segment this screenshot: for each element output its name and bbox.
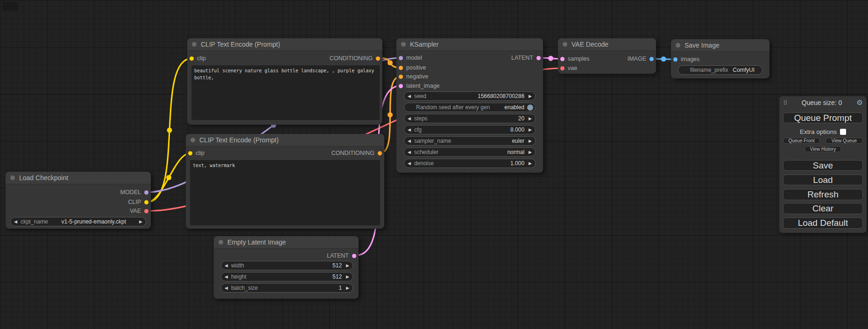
left-arrow-icon[interactable]: ◀ [408, 150, 411, 154]
left-arrow-icon[interactable]: ◀ [408, 117, 411, 121]
scheduler-widget[interactable]: ◀ scheduler normal ▶ [404, 147, 536, 157]
denoise-widget[interactable]: ◀ denoise 1.000 ▶ [404, 159, 536, 168]
vae-slot-dot[interactable] [144, 209, 148, 213]
steps-widget[interactable]: ◀ steps 20 ▶ [404, 114, 536, 123]
right-arrow-icon[interactable]: ▶ [529, 128, 532, 132]
node-load-checkpoint[interactable]: Load Checkpoint MODEL CLIP VAE ◀ ckpt_na… [6, 172, 151, 229]
output-slot-latent[interactable]: LATENT [327, 252, 356, 260]
drag-handle-icon[interactable]: ⠿ [783, 99, 787, 106]
input-slot-positive[interactable]: positive [399, 63, 426, 72]
latent-slot-dot[interactable] [352, 254, 356, 258]
node-clip-text-encode-negative[interactable]: CLIP Text Encode (Prompt) clip CONDITION… [186, 134, 384, 229]
queue-prompt-button[interactable]: Queue Prompt [783, 112, 863, 123]
clip-slot-dot[interactable] [144, 200, 148, 204]
conditioning-slot-dot[interactable] [378, 151, 382, 155]
conditioning-slot-dot[interactable] [399, 66, 403, 70]
vae-slot-dot[interactable] [560, 66, 565, 70]
collapse-dot-icon[interactable] [676, 43, 680, 48]
latent-slot-dot[interactable] [399, 84, 403, 88]
view-history-button[interactable]: View History [804, 146, 841, 152]
conditioning-slot-dot[interactable] [376, 56, 380, 61]
left-arrow-icon[interactable]: ◀ [408, 161, 411, 166]
clip-slot-dot[interactable] [190, 56, 194, 61]
node-save-image[interactable]: Save Image images filename_prefix ComfyU… [671, 39, 769, 78]
latent-slot-dot[interactable] [536, 56, 541, 60]
output-slot-latent[interactable]: LATENT [511, 54, 541, 62]
node-empty-latent-image[interactable]: Empty Latent Image LATENT ◀ width 512 ▶ … [214, 236, 359, 299]
load-default-button[interactable]: Load Default [783, 217, 863, 229]
output-slot-clip[interactable]: CLIP [128, 198, 148, 206]
node-title-bar[interactable]: Load Checkpoint [6, 172, 151, 184]
left-arrow-icon[interactable]: ◀ [14, 220, 17, 224]
input-slot-clip[interactable]: clip [188, 149, 205, 157]
right-arrow-icon[interactable]: ▶ [346, 264, 349, 268]
collapse-dot-icon[interactable] [192, 42, 197, 47]
output-slot-conditioning[interactable]: CONDITIONING [332, 149, 382, 157]
input-slot-vae[interactable]: vae [560, 64, 577, 72]
input-slot-images[interactable]: images [673, 55, 699, 63]
collapse-dot-icon[interactable] [401, 42, 406, 47]
node-clip-text-encode-positive[interactable]: CLIP Text Encode (Prompt) clip CONDITION… [187, 38, 382, 125]
input-slot-clip[interactable]: clip [190, 54, 206, 63]
conditioning-slot-dot[interactable] [399, 75, 403, 79]
collapse-dot-icon[interactable] [563, 42, 567, 47]
right-arrow-icon[interactable]: ▶ [529, 117, 532, 121]
node-vae-decode[interactable]: VAE Decode samples IMAGE vae [558, 38, 656, 74]
height-widget[interactable]: ◀ height 512 ▶ [221, 272, 353, 281]
ckpt-name-widget[interactable]: ◀ ckpt_name v1-5-pruned-emaonly.ckpt ▶ [10, 217, 146, 226]
queue-front-button[interactable]: Queue Front [783, 138, 820, 144]
model-slot-dot[interactable] [399, 56, 403, 60]
input-slot-negative[interactable]: negative [399, 72, 428, 81]
sampler-name-widget[interactable]: ◀ sampler_name euler ▶ [404, 136, 536, 146]
output-slot-conditioning[interactable]: CONDITIONING [330, 54, 380, 63]
node-title-bar[interactable]: CLIP Text Encode (Prompt) [186, 134, 384, 147]
collapse-dot-icon[interactable] [10, 175, 15, 180]
node-title-bar[interactable]: Save Image [671, 39, 769, 52]
node-title-bar[interactable]: VAE Decode [558, 38, 656, 51]
right-arrow-icon[interactable]: ▶ [529, 161, 532, 166]
refresh-button[interactable]: Refresh [783, 189, 863, 200]
node-ksampler[interactable]: KSampler model LATENT positive negative … [396, 38, 543, 173]
output-slot-model[interactable]: MODEL [120, 188, 148, 196]
right-arrow-icon[interactable]: ▶ [529, 139, 532, 143]
node-title-bar[interactable]: Empty Latent Image [214, 236, 359, 249]
collapse-dot-icon[interactable] [191, 138, 195, 142]
prompt-text-area[interactable]: beautiful scenery nature glass bottle la… [191, 65, 380, 120]
input-slot-samples[interactable]: samples [560, 55, 590, 63]
image-slot-dot[interactable] [673, 57, 677, 62]
latent-slot-dot[interactable] [560, 57, 565, 61]
filename-prefix-widget[interactable]: filename_prefix ComfyUI [678, 65, 762, 75]
image-slot-dot[interactable] [649, 57, 654, 61]
input-slot-model[interactable]: model [399, 54, 422, 62]
extra-options-checkbox[interactable] [840, 129, 846, 135]
right-arrow-icon[interactable]: ▶ [529, 94, 532, 98]
left-arrow-icon[interactable]: ◀ [225, 264, 228, 268]
graph-canvas[interactable]: Load Checkpoint MODEL CLIP VAE ◀ ckpt_na… [0, 0, 868, 329]
left-arrow-icon[interactable]: ◀ [408, 94, 411, 98]
right-arrow-icon[interactable]: ▶ [529, 150, 532, 154]
right-arrow-icon[interactable]: ▶ [346, 275, 349, 279]
left-arrow-icon[interactable]: ◀ [408, 139, 411, 143]
collapse-dot-icon[interactable] [219, 240, 223, 245]
left-arrow-icon[interactable]: ◀ [225, 286, 228, 290]
right-arrow-icon[interactable]: ▶ [346, 286, 349, 290]
width-widget[interactable]: ◀ width 512 ▶ [221, 261, 353, 270]
node-title-bar[interactable]: KSampler [396, 38, 543, 51]
settings-gear-icon[interactable]: ⚙ [857, 98, 863, 107]
clip-slot-dot[interactable] [188, 151, 192, 155]
random-seed-toggle-widget[interactable]: Random seed after every gen enabled [404, 103, 536, 112]
prompt-text-area[interactable]: text, watermark [190, 160, 380, 225]
node-title-bar[interactable]: CLIP Text Encode (Prompt) [187, 38, 382, 51]
left-arrow-icon[interactable]: ◀ [408, 128, 411, 132]
load-button[interactable]: Load [783, 175, 863, 185]
seed-widget[interactable]: ◀ seed 156680208700286 ▶ [404, 91, 536, 101]
view-queue-button[interactable]: View Queue [826, 138, 863, 144]
left-arrow-icon[interactable]: ◀ [225, 275, 228, 279]
batch-size-widget[interactable]: ◀ batch_size 1 ▶ [221, 283, 353, 293]
cfg-widget[interactable]: ◀ cfg 8.000 ▶ [404, 125, 536, 134]
output-slot-vae[interactable]: VAE [130, 207, 148, 215]
right-arrow-icon[interactable]: ▶ [139, 220, 142, 224]
input-slot-latent-image[interactable]: latent_image [399, 82, 440, 90]
save-button[interactable]: Save [783, 160, 863, 171]
toggle-dot-icon[interactable] [527, 105, 533, 111]
